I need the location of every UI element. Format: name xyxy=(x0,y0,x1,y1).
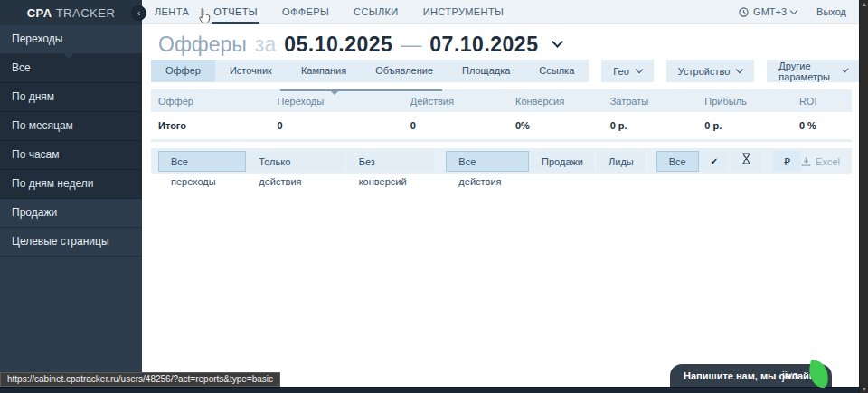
filter-only-actions[interactable]: Только действия xyxy=(246,151,345,172)
sidebar-item-label: По часам xyxy=(12,148,59,161)
title-preposition: за xyxy=(255,33,276,57)
page-title: Офферы за 05.10.2025 — 07.10.2025 xyxy=(158,33,561,57)
dropdown-label: Другие параметры xyxy=(778,61,835,82)
sidebar-item-label: По дням xyxy=(12,90,54,103)
taskbar-edge xyxy=(0,387,859,393)
jivo-chat-widget[interactable]: Напишите нам, мы онлайн! jivo xyxy=(670,364,832,387)
sidebar-item-po-mesyacam[interactable]: По месяцам xyxy=(0,112,142,141)
timezone-selector[interactable]: GMT+3 xyxy=(739,6,797,17)
tab-instrumenty[interactable]: ИНСТРУМЕНТЫ xyxy=(421,0,506,24)
sidebar-item-label: Все xyxy=(12,61,31,74)
date-to[interactable]: 07.10.2025 xyxy=(429,33,538,57)
dropdown-label: Устройство xyxy=(678,66,731,77)
filter-sales[interactable]: Продажи xyxy=(529,151,596,172)
tab-otchety[interactable]: ОТЧЕТЫ xyxy=(212,0,259,24)
sidebar: CPA TRACKER Переходы Все По дням По меся… xyxy=(0,0,142,387)
top-nav: ЛЕНТА ОТЧЕТЫ ОФФЕРЫ ССЫЛКИ ИНСТРУМЕНТЫ G… xyxy=(142,0,859,24)
clock-icon xyxy=(739,7,749,17)
sort-caret-icon xyxy=(331,91,338,95)
geo-dropdown[interactable]: Гео xyxy=(601,60,653,82)
dim-tab-offer[interactable]: Оффер xyxy=(151,60,215,82)
other-params-dropdown[interactable]: Другие параметры xyxy=(767,60,859,82)
sidebar-item-po-dnyam[interactable]: По дням xyxy=(0,83,142,112)
dim-tab-istochnik[interactable]: Источник xyxy=(215,60,287,82)
traffic-filter-group: Все переходы Только действия Без конверс… xyxy=(158,151,436,172)
ruble-icon: ₽ xyxy=(784,156,790,167)
main-area: ЛЕНТА ОТЧЕТЫ ОФФЕРЫ ССЫЛКИ ИНСТРУМЕНТЫ G… xyxy=(142,0,859,387)
filter-approved-button[interactable]: ✔ xyxy=(699,151,730,172)
total-label-cell: Итого xyxy=(151,120,278,131)
dim-tab-kampaniya[interactable]: Кампания xyxy=(287,60,361,82)
tab-ssylki[interactable]: ССЫЛКИ xyxy=(352,0,401,24)
sidebar-item-prodazhi[interactable]: Продажи xyxy=(0,199,142,228)
dim-tab-obyavlenie[interactable]: Объявление xyxy=(361,60,448,82)
timezone-label: GMT+3 xyxy=(753,6,787,17)
logo-text-rest: TRACKER xyxy=(56,6,116,20)
filter-pending-button[interactable] xyxy=(730,151,763,172)
sort-indicator xyxy=(280,89,441,95)
column-header-konversiya[interactable]: Конверсия xyxy=(515,96,610,107)
total-roi-cell: 0 % xyxy=(799,120,852,131)
currency-ruble-button[interactable]: ₽ xyxy=(773,151,801,172)
download-icon xyxy=(801,156,811,166)
chevron-down-icon xyxy=(636,66,643,73)
app-logo[interactable]: CPA TRACKER xyxy=(0,0,142,25)
export-excel-link[interactable]: Excel xyxy=(801,156,840,167)
dim-tab-ploshchadka[interactable]: Площадка xyxy=(448,60,524,82)
table-row-total: Итого 0 0 0% 0 р. 0 р. 0 % xyxy=(151,112,852,139)
column-header-zatraty[interactable]: Затраты xyxy=(610,96,705,107)
excel-label: Excel xyxy=(816,156,840,167)
sidebar-item-label: По дням недели xyxy=(12,177,93,190)
scrollbar-down-arrow[interactable]: ▼ xyxy=(860,386,868,392)
filter-status-all[interactable]: Все xyxy=(656,151,699,172)
tab-offery[interactable]: ОФФЕРЫ xyxy=(280,0,331,24)
sidebar-item-po-dnyam-nedeli[interactable]: По дням недели xyxy=(0,170,142,199)
chevron-down-icon xyxy=(736,66,743,73)
filter-no-conversions[interactable]: Без конверсий xyxy=(346,151,437,172)
total-profit-cell: 0 р. xyxy=(704,120,799,131)
total-clicks-cell: 0 xyxy=(278,120,410,131)
column-header-roi[interactable]: ROI xyxy=(799,96,852,107)
column-header-pribyl[interactable]: Прибыль xyxy=(704,96,799,107)
jivo-logo: jivo xyxy=(782,370,798,382)
sidebar-item-celevye-stranicy[interactable]: Целевые страницы xyxy=(0,228,142,257)
chevron-left-icon: ‹ xyxy=(137,7,141,18)
hourglass-icon xyxy=(741,153,751,164)
sidebar-item-label: Переходы xyxy=(12,33,62,45)
actions-filter-group: Все действия Продажи Лиды xyxy=(446,151,646,172)
title-entity: Офферы xyxy=(158,33,247,57)
browser-scrollbar[interactable]: ▲ ▼ xyxy=(859,0,868,393)
logout-button[interactable]: Выход xyxy=(816,6,846,17)
sidebar-collapse-button[interactable]: ‹ xyxy=(131,5,146,21)
filter-all-clicks[interactable]: Все переходы xyxy=(158,151,246,172)
filter-leads[interactable]: Лиды xyxy=(596,151,646,172)
link-status-tooltip: https://cabinet.cpatracker.ru/users/4825… xyxy=(0,372,280,387)
date-from[interactable]: 05.10.2025 xyxy=(284,33,392,57)
column-header-perehody[interactable]: Переходы xyxy=(278,96,410,107)
check-icon: ✔ xyxy=(711,156,718,166)
status-filter-group: Все ✔ xyxy=(656,151,763,172)
total-actions-cell: 0 xyxy=(410,120,515,131)
report-table: Оффер Переходы Действия Конверсия Затрат… xyxy=(151,89,852,142)
chevron-down-icon xyxy=(790,6,797,14)
column-header-deystviya[interactable]: Действия xyxy=(410,96,515,107)
tab-lenta[interactable]: ЛЕНТА xyxy=(153,0,191,24)
filter-all-actions[interactable]: Все действия xyxy=(446,151,529,172)
filters-panel: Все переходы Только действия Без конверс… xyxy=(151,148,852,174)
column-header-offer[interactable]: Оффер xyxy=(151,96,278,107)
sidebar-item-perehody[interactable]: Переходы xyxy=(0,25,142,54)
scrollbar-up-arrow[interactable]: ▲ xyxy=(860,1,868,7)
date-range-chevron-icon[interactable] xyxy=(552,36,564,48)
date-separator: — xyxy=(401,33,421,57)
dimension-tab-group: Оффер Источник Кампания Объявление Площа… xyxy=(151,60,589,82)
active-section-caret xyxy=(63,53,74,59)
table-header-row: Оффер Переходы Действия Конверсия Затрат… xyxy=(151,89,852,112)
dimension-tabs-row: Оффер Источник Кампания Объявление Площа… xyxy=(151,60,859,82)
sidebar-item-label: Продажи xyxy=(12,206,57,219)
chevron-down-icon xyxy=(842,66,848,72)
sidebar-item-label: По месяцам xyxy=(12,119,73,132)
total-costs-cell: 0 р. xyxy=(610,120,705,131)
device-dropdown[interactable]: Устройство xyxy=(666,60,755,82)
sidebar-item-po-chasam[interactable]: По часам xyxy=(0,141,142,170)
dim-tab-ssylka[interactable]: Ссылка xyxy=(524,60,589,82)
